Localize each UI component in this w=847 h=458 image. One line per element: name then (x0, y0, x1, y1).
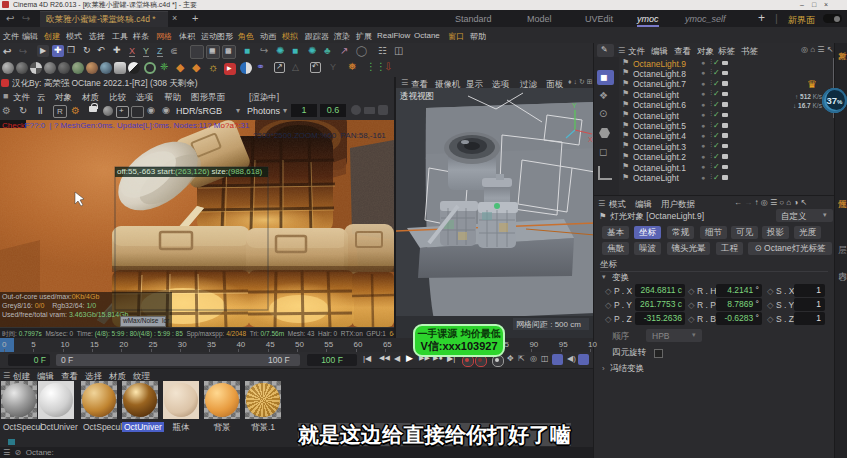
svg-text:Y: Y (572, 102, 577, 109)
